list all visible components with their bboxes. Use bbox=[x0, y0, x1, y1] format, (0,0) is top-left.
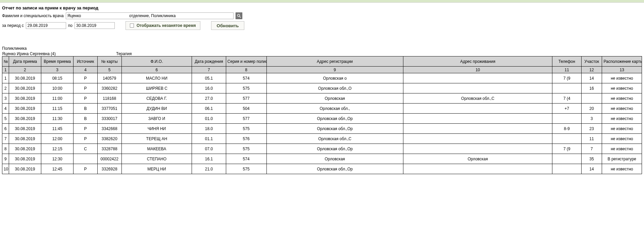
table-row[interactable]: 230.08.201910:00Р3360282ШИРЯЕВ С16.0575О… bbox=[2, 83, 642, 93]
table-row[interactable]: 630.08.201911:45Р3342668ЧИНЯ НИ18.0575Ор… bbox=[2, 124, 642, 134]
thn-13: 13 bbox=[602, 67, 642, 73]
cell-policy: 576 bbox=[226, 134, 266, 144]
cell-district: 35 bbox=[581, 154, 602, 164]
cell-time: 11:45 bbox=[41, 124, 73, 134]
cell-src: В bbox=[73, 114, 98, 124]
cell-live bbox=[403, 73, 552, 83]
thn-2: 2 bbox=[9, 67, 41, 73]
checkbox-icon bbox=[130, 24, 134, 28]
cell-src: Р bbox=[73, 93, 98, 104]
cell-time: 11:00 bbox=[41, 93, 73, 104]
cell-policy: 575 bbox=[226, 164, 266, 174]
cell-card: 3328788 bbox=[97, 144, 121, 154]
cell-district: 16 bbox=[581, 83, 602, 93]
cell-district: 14 bbox=[581, 164, 602, 174]
th-phone: Телефон bbox=[552, 56, 581, 67]
cell-src: Р bbox=[73, 164, 98, 174]
cell-fio: СТЕПАНО bbox=[121, 154, 192, 164]
cell-live bbox=[403, 83, 552, 93]
top-bar bbox=[0, 0, 644, 3]
cell-dob: 07.0 bbox=[192, 144, 226, 154]
table-row[interactable]: 730.08.201912:00Р3382620ТЕРЕЩ АН01.1576О… bbox=[2, 134, 642, 144]
cell-dob: 27.0 bbox=[192, 93, 226, 104]
table-row[interactable]: 530.08.201911:30В3330017ЗАВГО И01.0577Ор… bbox=[2, 114, 642, 124]
cell-reg: Орловская обл.,О bbox=[266, 83, 403, 93]
thn-1: 1 bbox=[2, 67, 9, 73]
cell-card: 3360282 bbox=[97, 83, 121, 93]
cell-loc: не известно bbox=[602, 164, 642, 174]
cell-phone: +7 bbox=[552, 104, 581, 114]
thn-12: 12 bbox=[581, 67, 602, 73]
show-free-time-toggle[interactable]: Отображать незанятое время bbox=[126, 21, 200, 30]
cell-phone bbox=[552, 83, 581, 93]
table-row[interactable]: 1030.08.201912:45Р3326928МЕРЦ НИ21.0575О… bbox=[2, 164, 642, 174]
thn-5: 5 bbox=[97, 67, 121, 73]
table-row[interactable]: 130.08.201908:15Р140579МАСЛО НИ05.1574Ор… bbox=[2, 73, 642, 83]
date-from-input[interactable] bbox=[26, 22, 66, 29]
cell-district: 11 bbox=[581, 134, 602, 144]
cell-live: Орловская обл.,С bbox=[403, 93, 552, 104]
cell-n: 2 bbox=[2, 83, 9, 93]
th-card: № карты bbox=[97, 56, 121, 67]
cell-fio: МАСЛО НИ bbox=[121, 73, 192, 83]
cell-fio: СЕДОВА Г. bbox=[121, 93, 192, 104]
cell-fio: ЗАВГО И bbox=[121, 114, 192, 124]
table-row[interactable]: 930.08.201912:3000002422СТЕПАНО16.1574Ор… bbox=[2, 154, 642, 164]
cell-policy: 577 bbox=[226, 114, 266, 124]
cell-date: 30.08.2019 bbox=[9, 144, 41, 154]
cell-live bbox=[403, 134, 552, 144]
thn-10: 10 bbox=[403, 67, 552, 73]
cell-date: 30.08.2019 bbox=[9, 114, 41, 124]
th-district: Участок bbox=[581, 56, 602, 67]
cell-n: 5 bbox=[2, 114, 9, 124]
cell-src: В bbox=[73, 104, 98, 114]
cell-phone bbox=[552, 114, 581, 124]
cell-live bbox=[403, 124, 552, 134]
cell-reg: Орловская обл., bbox=[266, 104, 403, 114]
cell-src: Р bbox=[73, 124, 98, 134]
cell-dob: 21.0 bbox=[192, 164, 226, 174]
cell-fio: МАКЕЕВА bbox=[121, 144, 192, 154]
thn-8: 8 bbox=[226, 67, 266, 73]
cell-date: 30.08.2019 bbox=[9, 164, 41, 174]
cell-reg: Орловская обл.,Ор bbox=[266, 164, 403, 174]
cell-policy: 574 bbox=[226, 73, 266, 83]
cell-time: 12:45 bbox=[41, 164, 73, 174]
cell-n: 7 bbox=[2, 134, 9, 144]
cell-reg: Орловская bbox=[266, 154, 403, 164]
cell-card: 3342668 bbox=[97, 124, 121, 134]
th-loc: Расположение карты bbox=[602, 56, 642, 67]
svg-line-1 bbox=[239, 16, 241, 18]
th-n: № bbox=[2, 56, 9, 67]
cell-reg: Орловская о bbox=[266, 73, 403, 83]
cell-phone: 7 (9 bbox=[552, 144, 581, 154]
cell-live: Орловская bbox=[403, 154, 552, 164]
cell-loc: не известно bbox=[602, 114, 642, 124]
cell-time: 10:00 bbox=[41, 83, 73, 93]
cell-loc: не известно bbox=[602, 93, 642, 104]
show-free-time-label: Отображать незанятое время bbox=[137, 23, 196, 28]
cell-n: 6 bbox=[2, 124, 9, 134]
cell-date: 30.08.2019 bbox=[9, 154, 41, 164]
th-dob: Дата рождения bbox=[192, 56, 226, 67]
cell-card: 140579 bbox=[97, 73, 121, 83]
table-row[interactable]: 330.08.201911:00Р118168СЕДОВА Г.27.0577О… bbox=[2, 93, 642, 104]
doctor-label: Фамилия и специальность врача bbox=[2, 13, 64, 18]
cell-district: 23 bbox=[581, 124, 602, 134]
cell-live bbox=[403, 104, 552, 114]
thn-11: 11 bbox=[552, 67, 581, 73]
cell-src: С bbox=[73, 144, 98, 154]
doctor-input[interactable] bbox=[66, 12, 234, 19]
table-row[interactable]: 430.08.201911:15В3377051ДУДИН ВИ06.1504О… bbox=[2, 104, 642, 114]
table-row[interactable]: 830.08.201912:15С3328788МАКЕЕВА07.0575Ор… bbox=[2, 144, 642, 154]
search-icon[interactable] bbox=[236, 12, 242, 19]
date-to-input[interactable] bbox=[75, 22, 115, 29]
cell-time: 12:30 bbox=[41, 154, 73, 164]
refresh-button[interactable]: Обновить bbox=[211, 21, 245, 30]
cell-phone: 7 (9 bbox=[552, 73, 581, 83]
specialty-line: Терапия bbox=[116, 51, 132, 56]
cell-card: 118168 bbox=[97, 93, 121, 104]
cell-dob: 01.1 bbox=[192, 134, 226, 144]
cell-policy: 575 bbox=[226, 144, 266, 154]
period-from-label: за период с bbox=[2, 23, 24, 28]
